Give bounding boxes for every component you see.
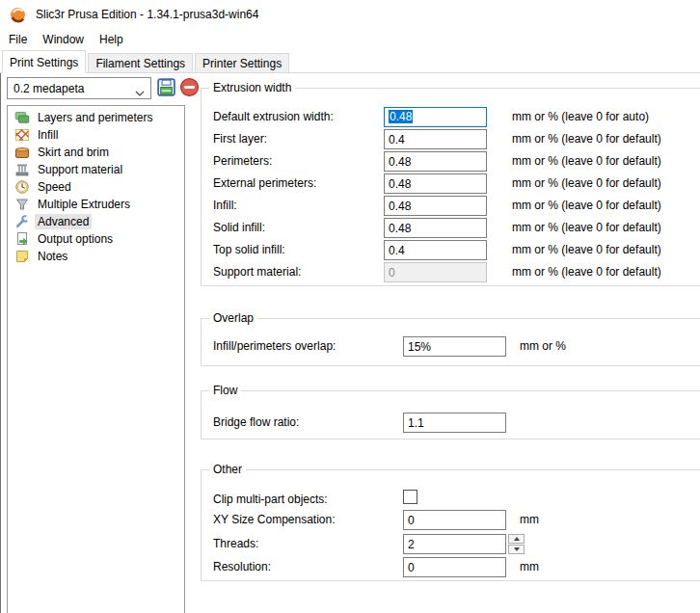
tree-item-label: Multiple Extruders bbox=[35, 197, 133, 212]
threads-input[interactable] bbox=[403, 534, 506, 554]
field-label: External perimeters: bbox=[213, 176, 316, 190]
units-label: mm or % (leave 0 for default) bbox=[512, 176, 661, 190]
field-row-bridge-flow-ratio: Bridge flow ratio: bbox=[202, 413, 700, 433]
delete-preset-button[interactable] bbox=[178, 77, 201, 99]
menu-help[interactable]: Help bbox=[92, 30, 131, 49]
units-label: mm or % (leave 0 for default) bbox=[512, 265, 661, 279]
app-window: Slic3r Prusa Edition - 1.34.1-prusa3d-wi… bbox=[0, 0, 700, 613]
tab-filament-settings[interactable]: Filament Settings bbox=[88, 53, 193, 73]
field-row-infill: Infill: mm or % (leave 0 for default) bbox=[202, 196, 700, 216]
first-layer-input[interactable] bbox=[384, 129, 487, 149]
group-flow: Flow Bridge flow ratio: bbox=[201, 390, 700, 440]
spin-up-button[interactable] bbox=[508, 534, 525, 544]
units-label: mm or % bbox=[520, 339, 566, 353]
group-other: Other Clip multi-part objects: XY Size C… bbox=[201, 469, 700, 581]
speed-icon bbox=[14, 179, 30, 195]
tree-item-label: Advanced bbox=[35, 214, 92, 229]
tree-item-label: Notes bbox=[35, 249, 70, 264]
support-icon bbox=[14, 162, 30, 177]
resolution-input[interactable] bbox=[403, 557, 506, 577]
selected-text: 0.48 bbox=[389, 110, 413, 123]
tree-item-notes[interactable]: Notes bbox=[8, 248, 184, 265]
tree-item-output-options[interactable]: Output options bbox=[8, 230, 184, 248]
skirt-icon bbox=[14, 145, 30, 160]
field-label: Default extrusion width: bbox=[213, 110, 334, 123]
field-row-perimeters: Perimeters: mm or % (leave 0 for default… bbox=[202, 151, 700, 172]
field-row-support-material: Support material: mm or % (leave 0 for d… bbox=[202, 262, 700, 282]
window-title: Slic3r Prusa Edition - 1.34.1-prusa3d-wi… bbox=[36, 8, 258, 21]
save-icon bbox=[156, 86, 176, 100]
output-icon bbox=[14, 231, 30, 247]
top-solid-infill-input[interactable] bbox=[384, 240, 487, 260]
support-material-input bbox=[384, 262, 487, 282]
field-row-threads: Threads: bbox=[202, 534, 700, 554]
field-row-solid-infill: Solid infill: mm or % (leave 0 for defau… bbox=[202, 218, 700, 238]
tree-item-multiple-extruders[interactable]: Multiple Extruders bbox=[8, 196, 184, 213]
units-label: mm or % (leave 0 for default) bbox=[512, 154, 661, 168]
field-label: Threads: bbox=[213, 537, 258, 550]
threads-spinner bbox=[508, 534, 525, 554]
tree-item-skirt-and-brim[interactable]: Skirt and brim bbox=[8, 144, 184, 161]
units-label: mm or % (leave 0 for default) bbox=[512, 221, 661, 234]
settings-tree: Layers and perimeters Infill Skirt and b… bbox=[7, 105, 185, 613]
bridge-flow-ratio-input[interactable] bbox=[403, 413, 506, 433]
units-label: mm bbox=[520, 560, 539, 573]
default-extrusion-width-input[interactable]: 0.48 bbox=[384, 107, 487, 127]
xy-size-compensation-input[interactable] bbox=[403, 510, 506, 530]
tree-item-speed[interactable]: Speed bbox=[8, 178, 184, 196]
field-label: Infill: bbox=[213, 199, 237, 212]
field-label: Resolution: bbox=[213, 560, 271, 573]
tree-item-label: Output options bbox=[35, 231, 116, 247]
field-row-external-perimeters: External perimeters: mm or % (leave 0 fo… bbox=[202, 173, 700, 194]
field-label: Solid infill: bbox=[213, 221, 265, 234]
window-left-border bbox=[0, 0, 1, 613]
group-title: Extrusion width bbox=[209, 81, 295, 94]
group-extrusion-width: Extrusion width Default extrusion width:… bbox=[201, 88, 700, 286]
field-row-default-extrusion-width: Default extrusion width: 0.48 mm or % (l… bbox=[202, 107, 700, 127]
group-title: Other bbox=[209, 463, 246, 476]
preset-combobox[interactable]: 0.2 medapeta bbox=[7, 77, 151, 99]
infill-icon bbox=[14, 127, 30, 143]
tab-printer-settings[interactable]: Printer Settings bbox=[195, 53, 289, 73]
tab-print-settings[interactable]: Print Settings bbox=[2, 50, 86, 73]
preset-selected-value: 0.2 medapeta bbox=[13, 82, 84, 95]
field-row-top-solid-infill: Top solid infill: mm or % (leave 0 for d… bbox=[202, 240, 700, 260]
save-preset-button[interactable] bbox=[155, 77, 177, 99]
tree-item-label: Support material bbox=[35, 162, 125, 177]
field-row-clip-multi-part-objects: Clip multi-part objects: bbox=[202, 490, 700, 510]
solid-infill-input[interactable] bbox=[384, 218, 487, 238]
external-perimeters-input[interactable] bbox=[384, 173, 487, 194]
units-label: mm or % (leave 0 for default) bbox=[512, 199, 661, 212]
tab-bar: Print Settings Filament Settings Printer… bbox=[0, 49, 700, 73]
clip-multi-part-objects-checkbox[interactable] bbox=[403, 490, 417, 504]
field-row-xy-size-compensation: XY Size Compensation: mm bbox=[202, 510, 700, 530]
field-label: Perimeters: bbox=[213, 154, 272, 168]
extruders-icon bbox=[14, 197, 30, 212]
perimeters-input[interactable] bbox=[384, 151, 487, 172]
title-bar: Slic3r Prusa Edition - 1.34.1-prusa3d-wi… bbox=[0, 0, 700, 29]
spin-down-button[interactable] bbox=[508, 545, 525, 554]
units-label: mm or % (leave 0 for default) bbox=[512, 132, 661, 146]
triangle-down-icon bbox=[514, 547, 520, 551]
field-label: Infill/perimeters overlap: bbox=[213, 339, 336, 353]
tree-item-infill[interactable]: Infill bbox=[8, 126, 184, 144]
field-label: Bridge flow ratio: bbox=[213, 415, 299, 429]
tree-item-layers-and-perimeters[interactable]: Layers and perimeters bbox=[8, 109, 184, 126]
slic3r-logo-icon bbox=[10, 7, 26, 23]
notes-icon bbox=[14, 249, 30, 264]
menu-file[interactable]: File bbox=[1, 30, 35, 49]
tree-item-advanced[interactable]: Advanced bbox=[8, 213, 184, 230]
units-label: mm bbox=[520, 513, 539, 526]
tree-item-support-material[interactable]: Support material bbox=[8, 161, 184, 178]
infill-perimeters-overlap-input[interactable] bbox=[403, 336, 506, 357]
field-row-resolution: Resolution: mm bbox=[202, 557, 700, 577]
field-label: First layer: bbox=[213, 132, 267, 146]
triangle-up-icon bbox=[514, 537, 520, 541]
units-label: mm or % (leave 0 for auto) bbox=[512, 110, 649, 123]
wrench-icon bbox=[14, 214, 30, 229]
menu-bar: File Window Help bbox=[0, 29, 700, 49]
field-label: Top solid infill: bbox=[213, 243, 285, 256]
infill-input[interactable] bbox=[384, 196, 487, 216]
menu-window[interactable]: Window bbox=[35, 30, 92, 49]
tree-item-label: Layers and perimeters bbox=[35, 110, 155, 125]
